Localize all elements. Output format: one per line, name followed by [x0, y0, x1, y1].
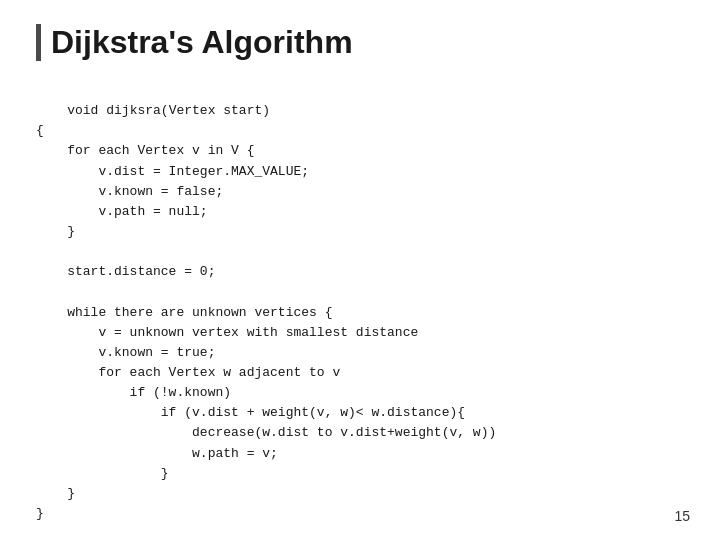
title-container: Dijkstra's Algorithm: [36, 24, 684, 61]
code-line-19: }: [36, 506, 44, 521]
code-line-1: void dijksra(Vertex start): [67, 103, 270, 118]
code-line-7: }: [36, 224, 75, 239]
code-line-9: while there are unknown vertices {: [36, 305, 332, 320]
slide: Dijkstra's Algorithm void dijksra(Vertex…: [0, 0, 720, 540]
code-line-18: }: [36, 486, 75, 501]
page-number: 15: [674, 508, 690, 524]
code-line-10: v = unknown vertex with smallest distanc…: [36, 325, 418, 340]
code-line-11: v.known = true;: [36, 345, 215, 360]
code-line-6: v.path = null;: [36, 204, 208, 219]
code-line-14: if (v.dist + weight(v, w)< w.distance){: [36, 405, 465, 420]
code-line-16: w.path = v;: [36, 446, 278, 461]
slide-title: Dijkstra's Algorithm: [51, 24, 684, 61]
code-line-4: v.dist = Integer.MAX_VALUE;: [36, 164, 309, 179]
code-line-15: decrease(w.dist to v.dist+weight(v, w)): [36, 425, 496, 440]
code-line-12: for each Vertex w adjacent to v: [36, 365, 340, 380]
code-line-17: }: [36, 466, 169, 481]
code-line-8: start.distance = 0;: [36, 264, 215, 279]
code-block: void dijksra(Vertex start) { for each Ve…: [36, 81, 684, 540]
code-line-13: if (!w.known): [36, 385, 231, 400]
code-line-5: v.known = false;: [36, 184, 223, 199]
code-line-3: for each Vertex v in V {: [36, 143, 254, 158]
code-line-2: {: [36, 123, 44, 138]
